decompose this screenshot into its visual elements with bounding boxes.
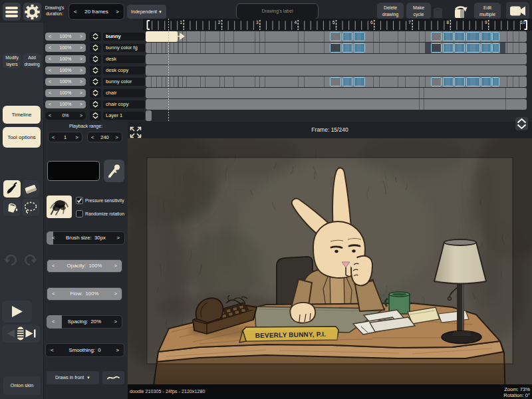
svg-text:8: 8 (447, 20, 450, 25)
svg-text:2: 2 (218, 20, 221, 25)
svg-text:6: 6 (370, 20, 373, 25)
svg-text:9: 9 (485, 20, 487, 25)
svg-text:1: 1 (180, 20, 182, 25)
svg-text:3: 3 (256, 20, 259, 25)
svg-text:7: 7 (408, 20, 411, 25)
svg-text:BEVERLY BUNNY, P.I.: BEVERLY BUNNY, P.I. (255, 331, 327, 339)
svg-text:5: 5 (332, 20, 335, 25)
svg-text:4: 4 (294, 20, 297, 25)
